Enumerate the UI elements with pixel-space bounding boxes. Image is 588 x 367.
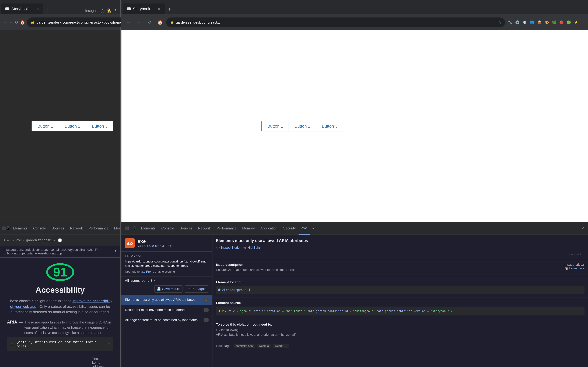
issue-desc-title: Issue description: [216, 263, 295, 267]
axe-element-location-section: Element location div[role="group"]: [212, 277, 588, 297]
dt-right-axe-tab[interactable]: axe: [299, 222, 310, 235]
new-tab-button[interactable]: +: [44, 5, 52, 14]
dt-right-memory-tab[interactable]: Memory: [239, 222, 258, 235]
right-demo-button-3[interactable]: Button 3: [316, 121, 343, 131]
back-button[interactable]: ←: [3, 18, 7, 27]
home-button[interactable]: 🏠: [20, 18, 25, 27]
highlight-action[interactable]: 🔆 Highlight: [243, 246, 260, 250]
status-separator: -: [23, 238, 24, 242]
aria-item[interactable]: ⚠ [aria-*] attributes do not match their…: [7, 337, 113, 351]
dt-left-inspect-icon[interactable]: ⬛: [1, 225, 6, 232]
ext-icon-3[interactable]: 🛡️: [521, 19, 528, 25]
dt-left-elements-tab[interactable]: Elements: [10, 222, 30, 235]
ext-icon-1[interactable]: 🔧: [507, 19, 513, 25]
status-history-icon[interactable]: 🕐: [58, 238, 62, 242]
right-demo-button-2[interactable]: Button 2: [289, 121, 316, 131]
right-address-bar[interactable]: 🔒 garden.zendesk.com/react... ☆: [166, 17, 505, 27]
devtools-url-menu[interactable]: ⋮: [113, 249, 117, 254]
axe-issue-desc-header: Issue description Ensures ARIA attribute…: [216, 263, 585, 273]
right-page-content: Button 1 Button 2 Button 3: [121, 30, 588, 222]
dt-left-console-tab[interactable]: Console: [30, 222, 49, 235]
left-tab-close[interactable]: ✕: [35, 7, 40, 11]
additional-items-header[interactable]: Additional items to manually check (11) …: [7, 357, 113, 367]
axe-pro-link[interactable]: axe Pro: [140, 270, 151, 273]
ext-icon-5[interactable]: 📦: [536, 19, 543, 25]
dt-right-close-icon[interactable]: ✕: [579, 225, 587, 232]
ext-icon-10[interactable]: ⚡: [573, 19, 579, 25]
axe-issue-item-2[interactable]: All page content must be contained by la…: [121, 315, 212, 325]
incognito-label: Incognito (2): [85, 9, 105, 13]
left-tab-active[interactable]: 📖 Storybook ✕: [1, 3, 43, 14]
dt-right-console-tab[interactable]: Console: [158, 222, 177, 235]
forward-button[interactable]: →: [9, 18, 13, 27]
demo-button-2[interactable]: Button 2: [59, 121, 86, 131]
axe-detail-action-row: </> Inspect Node 🔆 Highlight: [216, 246, 585, 250]
dt-left-memory-tab[interactable]: Memory: [111, 222, 120, 235]
menu-icon[interactable]: ⋮: [113, 8, 117, 13]
left-devtools-urlbar: https://garden.zendesk.com/react-contain…: [0, 246, 120, 258]
right-home-button[interactable]: 🏠: [156, 18, 164, 27]
dt-right-inspect-icon[interactable]: ⬛: [123, 225, 130, 232]
audit-score-circle: 91: [46, 263, 74, 281]
ext-icon-4[interactable]: 🌐: [529, 19, 535, 25]
dt-right-application-tab[interactable]: Application: [258, 222, 280, 235]
highlight-icon: 🔆: [243, 246, 247, 249]
axe-issue-text-2: All page content must be contained by la…: [125, 318, 201, 322]
status-chevron[interactable]: ▾: [54, 238, 56, 242]
left-button-group: Button 1 Button 2 Button 3: [32, 121, 113, 131]
first-page-btn[interactable]: «: [565, 252, 567, 256]
right-tab-close[interactable]: ✕: [156, 7, 161, 11]
impact-value: critical: [576, 263, 585, 266]
axe-version-text: v4.1.0 ( axe-core 3.3.2 ): [138, 244, 171, 248]
page-counter: 1 of 1: [571, 252, 579, 256]
inspect-node-action[interactable]: </> Inspect Node: [216, 246, 240, 250]
demo-button-3[interactable]: Button 3: [86, 121, 113, 131]
axe-solve-section: To solve this violation, you need to: Fi…: [212, 319, 588, 340]
dt-left-performance-tab[interactable]: Performance: [86, 222, 112, 235]
last-page-btn[interactable]: »: [583, 252, 585, 256]
right-toolbar-menu[interactable]: ⋮: [581, 20, 585, 25]
dt-right-security-tab[interactable]: Security: [280, 222, 299, 235]
dt-left-sources-tab[interactable]: Sources: [49, 222, 67, 235]
impact-label: Impact:: [564, 263, 574, 266]
dt-right-sources-tab[interactable]: Sources: [177, 222, 195, 235]
dt-left-network-tab[interactable]: Network: [67, 222, 86, 235]
prev-page-btn[interactable]: ‹: [569, 252, 570, 256]
tags-label: Issue tags:: [216, 344, 231, 348]
right-forward-button[interactable]: →: [135, 18, 144, 27]
ext-icon-7[interactable]: 🌿: [551, 19, 557, 25]
save-results-button[interactable]: 💾 Save results: [154, 285, 183, 292]
right-tab-active[interactable]: 📖 Storybook ✕: [123, 3, 165, 14]
additional-items-section: Additional items to manually check (11) …: [7, 354, 113, 367]
axe-core-link[interactable]: axe-core: [149, 244, 161, 248]
run-again-button[interactable]: ↻ Run again: [185, 285, 209, 292]
ext-icon-6[interactable]: 🎨: [544, 19, 550, 25]
address-lock-icon: 🔒: [30, 20, 35, 25]
right-bookmark-icon[interactable]: ☆: [498, 20, 502, 25]
ext-icon-9[interactable]: 🟢: [566, 19, 572, 25]
dt-left-responsive-icon[interactable]: 📱: [6, 225, 10, 232]
dt-right-network-tab[interactable]: Network: [195, 222, 214, 235]
dt-right-responsive-icon[interactable]: 📱: [130, 225, 138, 232]
right-back-button[interactable]: ←: [124, 18, 133, 27]
element-source-code: < div role = "group" aria-orientation = …: [216, 307, 585, 316]
dt-right-elements-tab[interactable]: Elements: [138, 222, 158, 235]
axe-issue-item-1[interactable]: Document must have one main landmark 1: [121, 305, 212, 315]
issue-desc-text: Ensures ARIA attributes are allowed for …: [216, 268, 295, 272]
next-page-btn[interactable]: ›: [580, 252, 581, 256]
dt-right-more-chevron[interactable]: »: [310, 222, 316, 235]
status-time: 3:59:59 PM: [3, 238, 21, 242]
learn-more-link[interactable]: 📚 Learn more: [565, 267, 585, 270]
right-demo-button-1[interactable]: Button 1: [261, 121, 289, 131]
ext-icon-2[interactable]: ⚙️: [514, 19, 520, 25]
right-reload-button[interactable]: ↻: [145, 18, 154, 27]
dt-right-performance-tab[interactable]: Performance: [214, 222, 240, 235]
dt-right-more-icon[interactable]: ⋮: [316, 222, 322, 235]
incognito-icon: 🕵️: [107, 8, 112, 13]
reload-button[interactable]: ↻: [15, 18, 18, 27]
demo-button-1[interactable]: Button 1: [32, 121, 59, 131]
axe-issue-item-0[interactable]: Elements must only use allowed ARIA attr…: [121, 295, 212, 305]
right-new-tab[interactable]: +: [165, 5, 174, 14]
axe-issues-count-display[interactable]: All issues found 3 ▾: [125, 279, 155, 283]
ext-icon-8[interactable]: 🔴: [558, 19, 564, 25]
